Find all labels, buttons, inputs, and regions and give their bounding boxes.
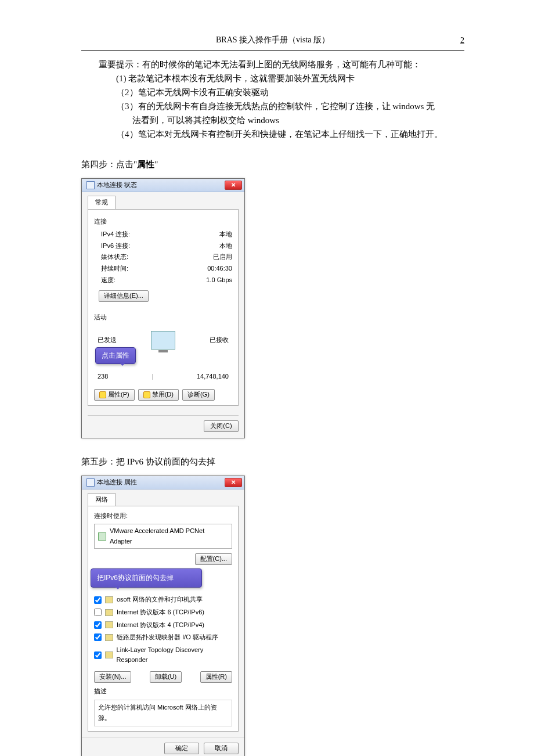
checkbox-ipv4[interactable] [94,621,102,629]
item-lltd-responder[interactable]: Link-Layer Topology Discovery Responder [117,645,232,665]
ipv6-value: 本地 [219,241,232,251]
shield-icon [143,391,150,398]
duration-label: 持续时间: [101,264,128,274]
bytes-sent: 238 [98,372,108,382]
cancel-button[interactable]: 取消 [204,743,239,754]
checkbox[interactable] [94,596,102,604]
protocol-icon [105,609,113,616]
window-icon [86,181,95,189]
properties-button[interactable]: 属性(P) [94,389,135,401]
list-item: 链路层拓扑发现映射器 I/O 驱动程序 [94,631,232,644]
callout-uncheck-ipv6: 把IPv6协议前面的勾去掉 [91,568,202,588]
checkbox[interactable] [94,651,102,659]
bytes-recv: 14,748,140 [197,372,229,382]
list-item: Internet 协议版本 4 (TCP/IPv4) [94,619,232,632]
page-header: BRAS 接入操作手册（vista 版） 2 [81,35,464,51]
adapter-field[interactable]: VMware Accelerated AMD PCNet Adapter [94,524,232,549]
speed-label: 速度: [101,275,116,286]
tip-item-2: （2）笔记本无线网卡没有正确安装驱动 [81,85,464,99]
ipv4-label: IPv4 连接: [101,229,130,240]
doc-title: BRAS 接入操作手册（vista 版） [99,35,447,45]
item-lltd-io[interactable]: 链路层拓扑发现映射器 I/O 驱动程序 [117,632,218,643]
connect-using-label: 连接时使用: [94,511,232,521]
recv-label: 已接收 [210,335,229,345]
protocol-icon [105,651,113,658]
window-icon [86,478,95,487]
ipv4-value: 本地 [219,229,232,240]
step4-bold: 属性 [137,160,154,169]
protocol-icon [105,634,113,641]
media-value: 已启用 [213,252,232,262]
tip-item-3a: （3）有的无线网卡有自身连接无线热点的控制软件，它控制了连接，让 windows… [81,99,464,113]
diagnose-button[interactable]: 诊断(G) [182,389,215,401]
list-item: Link-Layer Topology Discovery Responder [94,644,232,667]
group-connection: 连接 [94,217,232,227]
tab-network[interactable]: 网络 [88,493,116,506]
close-icon[interactable]: ✕ [225,181,242,190]
page-number: 2 [447,36,464,45]
tip-item-4: （4）笔记本对无线网卡有控制开关和快捷键，在笔记本上仔细找一下，正确地打开。 [81,127,464,141]
media-label: 媒体状态: [101,252,128,262]
ipv6-label: IPv6 连接: [101,241,130,251]
tip-item-3b: 法看到，可以将其控制权交给 windows [81,113,464,127]
item-file-printer-sharing[interactable]: osoft 网络的文件和打印机共享 [117,595,203,605]
protocol-icon [105,621,113,628]
disable-button[interactable]: 禁用(D) [138,389,179,401]
list-item: osoft 网络的文件和打印机共享 [94,593,232,606]
tip-lead: 重要提示：有的时候你的笔记本无法看到上图的无线网络服务，这可能有几种可能： [81,57,464,71]
group-activity: 活动 [94,312,232,323]
nic-icon [98,532,106,541]
connection-status-dialog: 本地连接 状态 ✕ 常规 连接 IPv4 连接:本地 IPv6 连接:本地 媒体… [81,178,245,438]
connection-properties-dialog: 本地连接 属性 ✕ 网络 连接时使用: VMware Accelerated A… [81,476,245,756]
computer-icon [151,331,175,350]
dialog-title: 本地连接 属性 [97,477,137,488]
details-button[interactable]: 详细信息(E)... [99,290,149,302]
adapter-name: VMware Accelerated AMD PCNet Adapter [110,526,228,546]
title-bar[interactable]: 本地连接 属性 ✕ [82,476,244,489]
sent-label: 已发送 [98,335,117,345]
item-ipv6[interactable]: Internet 协议版本 6 (TCP/IPv6) [117,607,204,618]
description-label: 描述 [94,686,232,697]
uninstall-button[interactable]: 卸载(U) [150,671,182,683]
checkbox[interactable] [94,633,102,641]
tip-item-1: (1) 老款笔记本根本没有无线网卡，这就需要加装外置无线网卡 [81,71,464,85]
step-4-heading: 第四步：点击"属性" [81,157,464,171]
callout-click-properties: 点击属性 [95,347,136,364]
configure-button[interactable]: 配置(C)... [195,553,232,565]
close-button[interactable]: 关闭(C) [204,420,239,432]
description-text: 允许您的计算机访问 Microsoft 网络上的资源。 [94,700,232,726]
speed-value: 1.0 Gbps [206,275,232,286]
item-ipv4[interactable]: Internet 协议版本 4 (TCP/IPv4) [117,620,204,631]
install-button[interactable]: 安装(N)... [94,671,131,683]
protocol-icon [105,596,113,603]
step-5-heading: 第五步：把 IPv6 协议前面的勾去掉 [81,455,464,469]
ok-button[interactable]: 确定 [164,743,199,754]
duration-value: 00:46:30 [207,264,232,274]
shield-icon [99,391,106,398]
step4-pre: 第四步：点击 [81,160,134,169]
title-bar[interactable]: 本地连接 状态 ✕ [82,179,244,192]
close-icon[interactable]: ✕ [225,478,242,487]
list-item: Internet 协议版本 6 (TCP/IPv6) [94,606,232,619]
dialog-title: 本地连接 状态 [97,180,137,190]
checkbox-ipv6[interactable] [94,609,102,616]
properties-button[interactable]: 属性(R) [200,671,232,683]
tab-general[interactable]: 常规 [88,196,116,209]
